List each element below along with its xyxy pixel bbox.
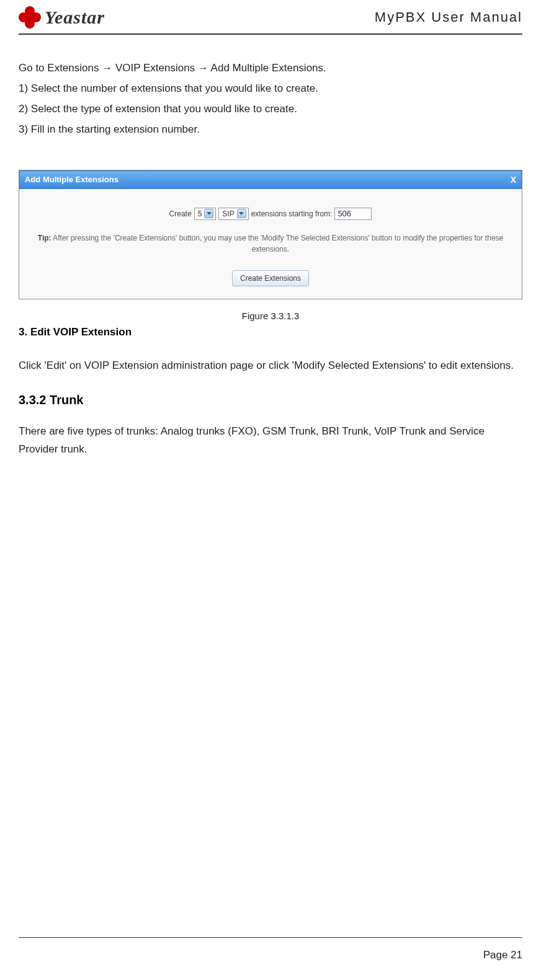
tip-label: Tip: (38, 234, 51, 242)
edit-voip-heading: 3. Edit VOIP Extension (19, 326, 522, 338)
step-1-text: 1) Select the number of extensions that … (19, 80, 522, 98)
extension-count-select[interactable]: 5 (194, 208, 217, 220)
figure-caption: Figure 3.3.1.3 (19, 311, 522, 321)
edit-voip-paragraph: Click 'Edit' on VOIP Extension administr… (19, 357, 522, 375)
add-extensions-dialog: Add Multiple Extensions X Create 5 SIP e… (19, 170, 522, 299)
extension-type-value: SIP (222, 210, 234, 218)
chevron-down-icon (237, 209, 246, 218)
extension-count-value: 5 (198, 210, 202, 218)
doc-title: MyPBX User Manual (375, 9, 522, 25)
page-header: Yeastar MyPBX User Manual (19, 6, 522, 35)
chevron-down-icon (204, 209, 213, 218)
dialog-titlebar[interactable]: Add Multiple Extensions X (19, 170, 522, 189)
clover-icon (19, 6, 41, 29)
starting-from-label: extensions starting from: (251, 210, 333, 218)
starting-extension-input[interactable] (334, 208, 372, 220)
brand-text: Yeastar (45, 7, 105, 28)
create-label: Create (169, 210, 192, 218)
create-form-line: Create 5 SIP extensions starting from: (29, 208, 512, 220)
page-number: Page 21 (483, 949, 522, 961)
page-footer: Page 21 (19, 937, 522, 961)
create-extensions-button[interactable]: Create Extensions (232, 270, 309, 286)
step-2-text: 2) Select the type of extension that you… (19, 100, 522, 118)
extension-type-select[interactable]: SIP (218, 208, 248, 220)
brand-logo: Yeastar (19, 6, 105, 29)
nav-breadcrumb-text: Go to Extensions → VOIP Extensions → Add… (19, 60, 522, 77)
trunk-paragraph: There are five types of trunks: Analog t… (19, 423, 522, 459)
tip-text: Tip: After pressing the 'Create Extensio… (29, 232, 512, 255)
close-icon[interactable]: X (511, 175, 516, 185)
dialog-title-text: Add Multiple Extensions (25, 175, 118, 184)
step-3-text: 3) Fill in the starting extension number… (19, 121, 522, 139)
tip-body: After pressing the 'Create Extensions' b… (51, 234, 504, 254)
trunk-heading: 3.3.2 Trunk (19, 393, 522, 407)
dialog-body: Create 5 SIP extensions starting from: T… (19, 189, 522, 299)
